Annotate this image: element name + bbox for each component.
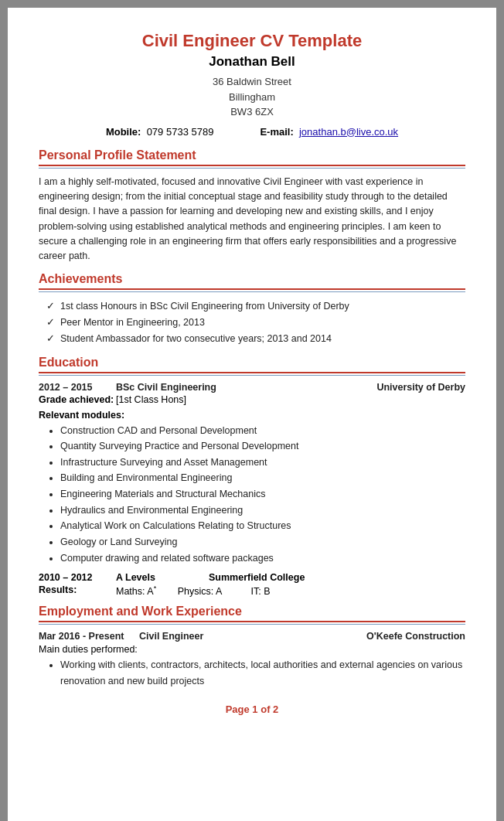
email-link[interactable]: jonathan.b@live.co.uk xyxy=(299,126,398,138)
candidate-address: 36 Baldwin Street Billingham BW3 6ZX xyxy=(39,74,465,120)
education-section-title: Education xyxy=(39,356,465,370)
cv-title: Civil Engineer CV Template xyxy=(39,31,465,51)
profile-section-title: Personal Profile Statement xyxy=(39,148,465,162)
edu-grade-value: [1st Class Hons] xyxy=(116,394,186,405)
profile-divider2 xyxy=(39,168,465,169)
profile-divider1 xyxy=(39,165,465,166)
mobile-label: Mobile: xyxy=(106,126,141,138)
modules-list: Construction CAD and Personal Developmen… xyxy=(39,423,465,567)
achievement-item: Student Ambassador for two consecutive y… xyxy=(46,331,465,347)
employment-divider1 xyxy=(39,621,465,622)
edu2-years: 2010 – 2012 xyxy=(39,572,116,583)
emp-date: Mar 2016 - Present xyxy=(39,631,139,642)
profile-text: I am a highly self-motivated, focused an… xyxy=(39,175,465,264)
result-maths: Maths: A* xyxy=(116,584,156,597)
candidate-name: Jonathan Bell xyxy=(39,54,465,70)
employment-divider2 xyxy=(39,624,465,625)
education-entry-row: 2012 – 2015 BSc Civil Engineering Univer… xyxy=(39,382,465,393)
result-it: IT: B xyxy=(251,586,271,597)
edu-years: 2012 – 2015 xyxy=(39,382,116,393)
education-divider1 xyxy=(39,372,465,373)
mobile-info: Mobile: 079 5733 5789 xyxy=(106,126,214,138)
achievement-item: Peer Mentor in Engineering, 2013 xyxy=(46,315,465,331)
email-info: E-mail: jonathan.b@live.co.uk xyxy=(260,126,398,138)
email-label: E-mail: xyxy=(260,126,293,138)
module-item: Building and Environmental Engineering xyxy=(60,470,465,486)
emp-title: Civil Engineer xyxy=(139,631,342,642)
edu-university: University of Derby xyxy=(342,382,465,393)
result-physics: Physics: A xyxy=(178,586,230,597)
address-line3: BW3 6ZX xyxy=(230,106,274,118)
address-line1: 36 Baldwin Street xyxy=(213,76,291,87)
achievement-item: 1st class Honours in BSc Civil Engineeri… xyxy=(46,298,465,315)
relevant-modules-label: Relevant modules: xyxy=(39,410,465,421)
module-item: Quantity Surveying Practice and Personal… xyxy=(60,438,465,455)
module-item: Analytical Work on Calculations Relating… xyxy=(60,518,465,534)
edu-grade-label: Grade achieved: xyxy=(39,394,116,405)
employment-section-title: Employment and Work Experience xyxy=(39,605,465,618)
achievements-list: 1st class Honours in BSc Civil Engineeri… xyxy=(39,298,465,348)
achievements-divider2 xyxy=(39,291,465,292)
emp-company: O'Keefe Construction xyxy=(342,631,465,642)
achievements-divider1 xyxy=(39,288,465,290)
module-item: Engineering Materials and Structural Mec… xyxy=(60,486,465,502)
module-item: Infrastructure Surveying and Asset Manag… xyxy=(60,455,465,471)
module-item: Construction CAD and Personal Developmen… xyxy=(60,423,465,439)
edu2-row: 2010 – 2012 A Levels Summerfield College xyxy=(39,572,465,583)
duty-item: Working with clients, contractors, archi… xyxy=(60,657,465,689)
duties-list: Working with clients, contractors, archi… xyxy=(39,657,465,689)
edu-degree: BSc Civil Engineering xyxy=(116,382,342,393)
education-divider2 xyxy=(39,375,465,376)
achievements-section-title: Achievements xyxy=(39,272,465,286)
edu-grade-row: Grade achieved: [1st Class Hons] xyxy=(39,394,465,405)
cv-page: Civil Engineer CV Template Jonathan Bell… xyxy=(8,8,496,821)
module-item: Geology or Land Surveying xyxy=(60,534,465,550)
results-row: Results: Maths: A* Physics: A IT: B xyxy=(39,584,465,597)
page-number: Page 1 of 2 xyxy=(39,703,465,715)
module-item: Hydraulics and Environmental Engineering xyxy=(60,502,465,519)
results-values: Maths: A* Physics: A IT: B xyxy=(116,584,289,597)
mobile-value: 079 5733 5789 xyxy=(147,126,214,138)
duties-label: Main duties performed: xyxy=(39,644,465,655)
address-line2: Billingham xyxy=(229,91,275,103)
module-item: Computer drawing and related software pa… xyxy=(60,550,465,567)
results-label: Results: xyxy=(39,584,116,597)
employment-entry-row: Mar 2016 - Present Civil Engineer O'Keef… xyxy=(39,631,465,642)
contact-info: Mobile: 079 5733 5789 E-mail: jonathan.b… xyxy=(39,126,465,138)
edu2-college: Summerfield College xyxy=(209,572,305,583)
edu2-level: A Levels xyxy=(116,572,209,583)
